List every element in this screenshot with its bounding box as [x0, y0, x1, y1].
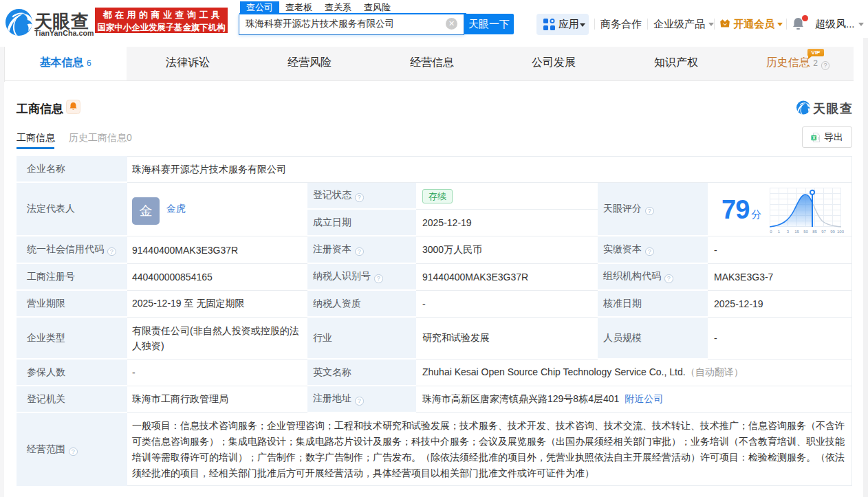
- svg-text:X: X: [812, 135, 816, 140]
- svg-text:99: 99: [830, 230, 835, 234]
- svg-text:0: 0: [770, 230, 772, 234]
- svg-text:97: 97: [821, 230, 826, 234]
- svg-text:天眼查: 天眼查: [812, 102, 854, 115]
- svg-text:15: 15: [794, 230, 799, 234]
- svg-text:1: 1: [778, 230, 781, 234]
- svg-text:85: 85: [812, 230, 817, 234]
- svg-text:100: 100: [837, 230, 844, 234]
- svg-text:50: 50: [803, 230, 808, 234]
- svg-text:3: 3: [787, 230, 790, 234]
